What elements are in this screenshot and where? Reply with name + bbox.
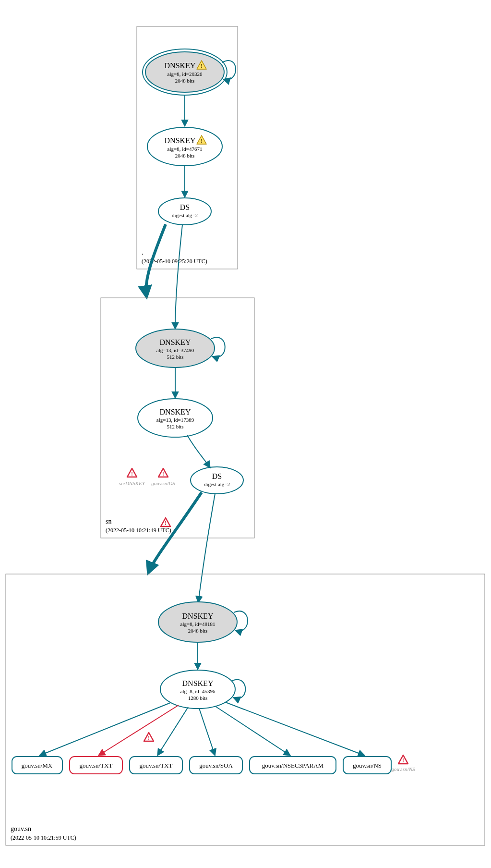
sn-ds-alg: digest alg=2 bbox=[204, 481, 230, 487]
error-icon bbox=[127, 468, 137, 477]
edge-sn-zsk-ds bbox=[187, 435, 210, 468]
gouv-ksk-bits: 2048 bits bbox=[188, 628, 208, 634]
zone-gouv-timestamp: (2022-05-10 10:21:59 UTC) bbox=[11, 834, 76, 841]
svg-point-10 bbox=[191, 467, 243, 494]
svg-point-6 bbox=[158, 198, 211, 225]
record-nsec3param[interactable]: gouv.sn/NSEC3PARAM bbox=[250, 757, 336, 774]
record-ns[interactable]: gouv.sn/NS bbox=[343, 757, 391, 774]
node-root-ds[interactable]: DS digest alg=2 bbox=[158, 198, 211, 225]
gouv-zsk-title: DNSKEY bbox=[182, 679, 214, 687]
zone-root-name: . bbox=[142, 249, 144, 256]
node-root-zsk[interactable]: DNSKEY alg=8, id=47671 2048 bits bbox=[147, 127, 222, 166]
root-zsk-alg: alg=8, id=47671 bbox=[168, 146, 203, 152]
error-icon bbox=[161, 518, 170, 526]
error-icon bbox=[158, 468, 168, 477]
edge-root-ds-sn-ksk bbox=[175, 225, 182, 329]
edge-zsk-txt-error bbox=[98, 705, 179, 756]
root-ds-alg: digest alg=2 bbox=[172, 212, 198, 218]
edge-zsk-txt bbox=[157, 707, 188, 756]
node-sn-ds[interactable]: DS digest alg=2 bbox=[191, 467, 243, 494]
ghost-gouv-ds: gouv.sn/DS bbox=[151, 480, 175, 486]
gouv-ksk-alg: alg=8, id=48181 bbox=[180, 621, 216, 627]
sn-ksk-bits: 512 bits bbox=[167, 354, 183, 360]
gouv-zsk-bits: 1280 bits bbox=[188, 695, 208, 701]
sn-ksk-alg: alg=13, id=37490 bbox=[156, 347, 194, 353]
record-soa-label: gouv.sn/SOA bbox=[199, 762, 233, 769]
gouv-zsk-alg: alg=8, id=45396 bbox=[180, 688, 216, 694]
edge-zsk-soa bbox=[199, 709, 215, 756]
sn-zsk-bits: 512 bits bbox=[167, 424, 183, 429]
gouv-ksk-title: DNSKEY bbox=[182, 612, 214, 620]
sn-ksk-title: DNSKEY bbox=[160, 338, 191, 346]
record-txt-error[interactable]: gouv.sn/TXT bbox=[70, 757, 122, 774]
edge-zsk-ns bbox=[226, 702, 365, 756]
error-icon bbox=[398, 755, 408, 764]
record-nsec-label: gouv.sn/NSEC3PARAM bbox=[262, 762, 324, 769]
root-zsk-bits: 2048 bits bbox=[175, 153, 195, 159]
record-mx[interactable]: gouv.sn/MX bbox=[12, 757, 62, 774]
node-sn-ksk[interactable]: DNSKEY alg=13, id=37490 512 bits bbox=[136, 329, 215, 367]
edge-sn-ds-gouv-ksk bbox=[198, 494, 215, 603]
record-txt2-label: gouv.sn/TXT bbox=[140, 762, 173, 769]
node-sn-zsk[interactable]: DNSKEY alg=13, id=17389 512 bits bbox=[138, 399, 213, 437]
root-ksk-alg: alg=8, id=20326 bbox=[168, 71, 203, 77]
root-ksk-bits: 2048 bits bbox=[175, 78, 195, 84]
ghost-gouv-ns: gouv.sn/NS bbox=[392, 766, 415, 772]
zone-gouv: gouv.sn (2022-05-10 10:21:59 UTC) DNSKEY… bbox=[6, 574, 485, 845]
error-icon bbox=[144, 733, 154, 741]
record-txt[interactable]: gouv.sn/TXT bbox=[130, 757, 182, 774]
record-txt1-label: gouv.sn/TXT bbox=[80, 762, 113, 769]
edge-zsk-mx bbox=[39, 703, 170, 756]
root-ksk-title: DNSKEY bbox=[165, 61, 196, 70]
zone-root: . (2022-05-10 09:25:20 UTC) DNSKEY alg=8… bbox=[137, 26, 238, 269]
record-ns-label: gouv.sn/NS bbox=[353, 762, 382, 769]
root-zsk-title: DNSKEY bbox=[165, 136, 196, 145]
record-soa[interactable]: gouv.sn/SOA bbox=[190, 757, 242, 774]
root-ds-title: DS bbox=[180, 203, 190, 211]
node-gouv-ksk[interactable]: DNSKEY alg=8, id=48181 2048 bits bbox=[158, 602, 237, 642]
zone-sn-timestamp: (2022-05-10 10:21:49 UTC) bbox=[106, 527, 171, 534]
record-mx-label: gouv.sn/MX bbox=[22, 762, 53, 769]
zone-sn-name: sn bbox=[106, 518, 111, 525]
sn-zsk-alg: alg=13, id=17389 bbox=[156, 417, 194, 423]
node-gouv-zsk[interactable]: DNSKEY alg=8, id=45396 1280 bits bbox=[160, 670, 235, 709]
ghost-sn-dnskey: sn/DNSKEY bbox=[119, 480, 146, 486]
edge-zsk-nsec bbox=[215, 706, 290, 756]
zone-sn: sn (2022-05-10 10:21:49 UTC) DNSKEY alg=… bbox=[101, 298, 254, 538]
sn-ds-title: DS bbox=[212, 472, 222, 480]
node-root-ksk[interactable]: DNSKEY alg=8, id=20326 2048 bits bbox=[143, 49, 227, 95]
zone-gouv-name: gouv.sn bbox=[11, 825, 31, 832]
sn-zsk-title: DNSKEY bbox=[160, 408, 191, 416]
